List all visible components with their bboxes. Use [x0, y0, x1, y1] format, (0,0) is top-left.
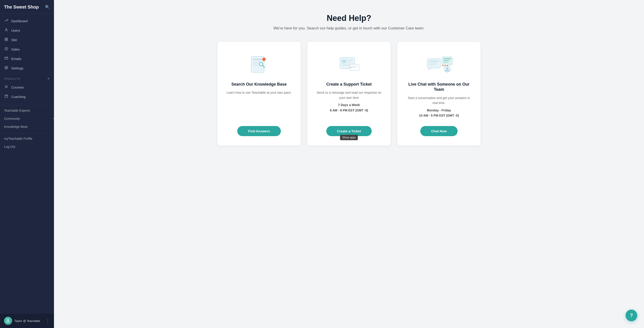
live-chat-card-title: Live Chat with Someone on Our Team: [406, 82, 472, 92]
site-icon: [4, 37, 8, 42]
sidebar-item-sales[interactable]: Sales: [0, 44, 54, 54]
knowledge-base-card: Search Our Knowledge Base Learn how to u…: [218, 42, 301, 146]
help-bubble[interactable]: ?: [626, 310, 637, 321]
svg-rect-36: [352, 66, 358, 66]
settings-icon: [4, 66, 8, 70]
svg-rect-32: [347, 61, 351, 62]
courses-icon: [4, 85, 8, 89]
page-title: Need Help?: [327, 13, 371, 23]
support-ticket-card: Create a Support Ticket Send us a messag…: [308, 42, 390, 146]
svg-point-8: [6, 67, 7, 68]
products-section-label: PRODUCTS +: [0, 73, 54, 82]
avatar-icon: [6, 318, 10, 323]
sidebar-item-emails[interactable]: Emails: [0, 54, 54, 63]
support-ticket-schedule: 7 Days a Week 8 AM - 8 PM EST (GMT -5): [330, 102, 368, 113]
sales-icon: [4, 47, 8, 51]
sidebar-item-users-label: Users: [11, 28, 20, 32]
sidebar-item-teachable-experts[interactable]: Teachable Experts: [0, 106, 54, 115]
live-chat-card-btn-wrapper: Chat Now: [420, 120, 457, 136]
svg-rect-40: [429, 61, 439, 61]
profile-menu-icon[interactable]: ⋮: [46, 318, 50, 324]
svg-rect-20: [253, 59, 262, 60]
svg-rect-47: [444, 62, 448, 63]
page-subtitle: We're here for you. Search our help guid…: [274, 26, 424, 30]
svg-rect-41: [429, 62, 437, 63]
live-chat-card-desc: Start a conversation and get your answer…: [406, 95, 472, 106]
svg-rect-1: [5, 38, 6, 39]
profile-bar: Taylor @ Teachable ⋮: [0, 314, 54, 328]
sidebar-nav: Dashboard Users Site Sales: [0, 14, 54, 104]
live-chat-schedule: Monday - Friday 10 AM - 5 PM EST (GMT -5…: [419, 108, 459, 119]
avatar: [4, 317, 12, 325]
sidebar-item-dashboard[interactable]: Dashboard: [0, 16, 54, 26]
sidebar-item-coaching[interactable]: Coaching: [0, 92, 54, 101]
svg-rect-2: [6, 38, 8, 39]
svg-rect-31: [347, 60, 352, 61]
profile-links-section: myTeachable Profile Log Out: [0, 133, 54, 151]
sidebar-item-dashboard-label: Dashboard: [11, 19, 28, 23]
svg-rect-42: [429, 64, 435, 65]
svg-point-38: [350, 67, 352, 68]
sidebar-item-courses[interactable]: Courses: [0, 82, 54, 92]
svg-point-18: [7, 319, 9, 321]
svg-rect-34: [342, 65, 351, 66]
profile-name: Taylor @ Teachable: [14, 319, 40, 323]
sidebar-header: The Sweet Shop 🔍: [0, 0, 54, 14]
main-content: Need Help? We're here for you. Search ou…: [54, 0, 644, 328]
svg-rect-30: [342, 60, 346, 63]
svg-point-49: [446, 67, 448, 69]
coaching-icon: [4, 94, 8, 99]
support-ticket-illustration: [336, 53, 362, 75]
support-ticket-card-btn-wrapper: Create a Ticket Show apps: [326, 120, 372, 136]
sidebar-item-settings-label: Settings: [11, 66, 24, 70]
sidebar-item-knowledge-base[interactable]: Knowledge Base: [0, 123, 54, 131]
svg-rect-12: [5, 95, 8, 98]
sidebar: The Sweet Shop 🔍 Dashboard Users Site: [0, 0, 54, 328]
sidebar-item-site-label: Site: [11, 38, 17, 42]
knowledge-base-card-desc: Learn how to use Teachable at your own p…: [226, 90, 292, 95]
svg-rect-45: [444, 58, 451, 59]
svg-point-52: [447, 65, 448, 66]
sidebar-item-emails-label: Emails: [11, 57, 21, 61]
sidebar-item-courses-label: Courses: [11, 85, 24, 89]
help-cards-row: Search Our Knowledge Base Learn how to u…: [214, 42, 484, 146]
svg-rect-37: [352, 67, 356, 68]
sidebar-item-users[interactable]: Users: [0, 26, 54, 35]
sidebar-item-logout[interactable]: Log Out: [0, 143, 54, 151]
svg-point-50: [442, 65, 444, 66]
chat-now-button[interactable]: Chat Now: [420, 126, 457, 136]
dashboard-icon: [4, 19, 8, 23]
search-icon[interactable]: 🔍: [45, 5, 50, 10]
knowledge-base-illustration: [246, 53, 272, 75]
svg-rect-3: [5, 39, 6, 41]
red-arrow-annotation: [50, 115, 54, 122]
svg-point-0: [6, 28, 7, 30]
support-ticket-card-title: Create a Support Ticket: [326, 82, 372, 87]
knowledge-base-card-btn-wrapper: Find Answers: [237, 120, 281, 136]
svg-rect-4: [6, 39, 8, 41]
svg-rect-46: [444, 60, 449, 61]
sidebar-item-site[interactable]: Site: [0, 35, 54, 44]
create-ticket-button[interactable]: Create a Ticket: [326, 126, 372, 136]
add-product-icon[interactable]: +: [47, 76, 50, 81]
live-chat-illustration: [426, 53, 452, 75]
knowledge-base-card-title: Search Our Knowledge Base: [232, 82, 287, 87]
svg-point-28: [263, 58, 265, 60]
sidebar-item-community[interactable]: Community: [0, 115, 54, 123]
support-ticket-card-desc: Send us a message and read our response …: [316, 90, 382, 100]
footer-links-section: Teachable Experts Community Knowledge Ba…: [0, 105, 54, 131]
sidebar-item-settings[interactable]: Settings: [0, 63, 54, 73]
profile-info: Taylor @ Teachable: [4, 317, 40, 325]
svg-marker-43: [428, 68, 432, 70]
svg-point-51: [444, 65, 446, 66]
emails-icon: [4, 56, 8, 61]
sidebar-title: The Sweet Shop: [4, 4, 39, 10]
live-chat-card: Live Chat with Someone on Our Team Start…: [397, 42, 480, 146]
sidebar-bottom: Teachable Experts Community Knowledge Ba…: [0, 104, 54, 328]
users-icon: [4, 28, 8, 32]
sidebar-item-sales-label: Sales: [11, 47, 20, 51]
sidebar-item-coaching-label: Coaching: [11, 95, 26, 99]
sidebar-item-my-teachable[interactable]: myTeachable Profile: [0, 135, 54, 143]
find-answers-button[interactable]: Find Answers: [237, 126, 281, 136]
